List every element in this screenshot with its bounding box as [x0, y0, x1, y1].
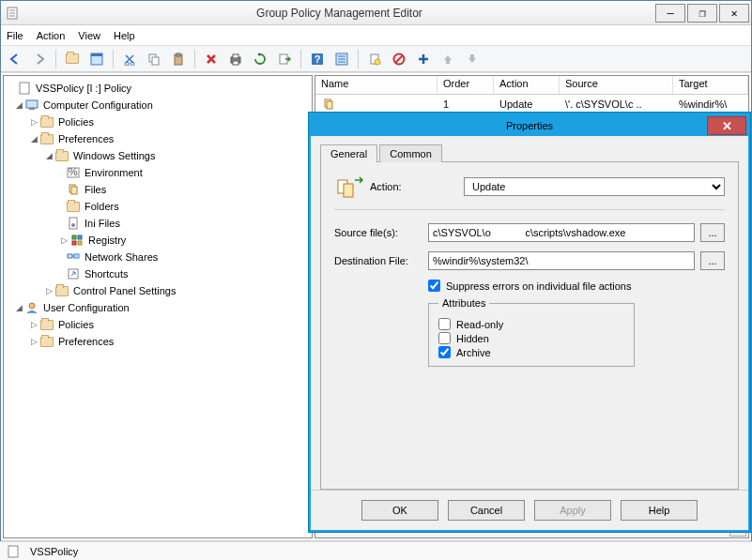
tree-environment[interactable]: Environment — [84, 167, 143, 178]
readonly-checkbox[interactable] — [438, 318, 451, 330]
expander-icon[interactable]: ▷ — [28, 117, 39, 127]
maximize-button[interactable]: ❐ — [687, 4, 717, 23]
folder-icon — [55, 151, 69, 161]
list-row[interactable]: 1 Update \'. c\SYSVOL\c .. %windir%\ — [315, 95, 748, 114]
list-header: Name Order Action Source Target — [315, 76, 748, 95]
minimize-button[interactable]: — — [655, 4, 685, 23]
tree-cc-policies[interactable]: Policies — [58, 116, 94, 128]
action-select[interactable]: Update — [464, 177, 725, 196]
label-action: Action: — [370, 181, 464, 192]
browse-dest-button[interactable]: ... — [700, 251, 725, 270]
show-hide-tree-button[interactable] — [86, 49, 107, 69]
back-button[interactable] — [5, 49, 25, 69]
delete-button[interactable] — [201, 49, 222, 69]
suppress-errors-checkbox[interactable] — [428, 280, 440, 292]
up-button[interactable] — [62, 49, 83, 69]
col-target[interactable]: Target — [673, 76, 748, 94]
apply-button[interactable]: Apply — [534, 500, 611, 521]
expander-icon[interactable]: ▷ — [58, 235, 69, 245]
cancel-button[interactable]: Cancel — [448, 500, 525, 521]
environment-icon: % — [66, 165, 81, 180]
svg-rect-37 — [72, 235, 76, 239]
menu-action[interactable]: Action — [37, 30, 66, 41]
expander-icon[interactable]: ◢ — [43, 151, 54, 160]
tree-pane[interactable]: VSSPolicy [I :] Policy ◢Computer Configu… — [3, 75, 313, 538]
svg-rect-38 — [78, 235, 82, 239]
expander-icon[interactable]: ◢ — [13, 100, 24, 110]
tree-root[interactable]: VSSPolicy [I :] Policy — [36, 83, 131, 94]
tree-windows-settings[interactable]: Windows Settings — [73, 150, 155, 161]
svg-text:?: ? — [315, 53, 321, 65]
properties-button[interactable] — [331, 49, 352, 69]
expander-icon[interactable]: ▷ — [43, 286, 54, 295]
tree-computer-config[interactable]: Computer Configuration — [43, 99, 153, 111]
col-order[interactable]: Order — [437, 76, 494, 94]
help-button[interactable]: Help — [621, 500, 698, 521]
copy-button[interactable] — [144, 49, 164, 69]
attributes-legend: Attributes — [438, 297, 489, 309]
tree-netshares[interactable]: Network Shares — [84, 251, 158, 263]
computer-icon — [24, 98, 39, 113]
browse-source-button[interactable]: ... — [700, 223, 725, 242]
refresh-button[interactable] — [250, 49, 270, 69]
properties-dialog: Properties ✕ General Common Action: Upda… — [309, 113, 750, 532]
svg-rect-14 — [233, 61, 238, 65]
col-name[interactable]: Name — [315, 76, 437, 94]
attributes-group: Attributes Read-only Hidden Archive — [428, 297, 635, 367]
tree-files[interactable]: Files — [84, 184, 106, 195]
label-destination: Destination File: — [334, 255, 428, 266]
move-down-button[interactable] — [462, 49, 483, 69]
hidden-checkbox[interactable] — [438, 332, 451, 344]
tree-uc-policies[interactable]: Policies — [58, 319, 94, 330]
archive-checkbox[interactable] — [438, 346, 451, 358]
expander-icon[interactable]: ◢ — [28, 134, 39, 144]
stop-button[interactable] — [389, 49, 409, 69]
col-action[interactable]: Action — [494, 76, 560, 94]
dialog-close-button[interactable]: ✕ — [707, 116, 746, 135]
col-source[interactable]: Source — [560, 76, 673, 94]
expander-icon[interactable]: ▷ — [28, 337, 39, 346]
svg-rect-9 — [152, 57, 159, 65]
tree-ini[interactable]: Ini Files — [84, 218, 120, 229]
tree-registry[interactable]: Registry — [88, 235, 126, 246]
file-item-icon — [321, 97, 336, 112]
tree-uc-preferences[interactable]: Preferences — [58, 336, 114, 347]
svg-rect-50 — [344, 184, 353, 197]
dialog-titlebar[interactable]: Properties ✕ — [311, 114, 748, 136]
file-action-icon — [334, 174, 366, 200]
export-button[interactable] — [274, 49, 295, 69]
menu-file[interactable]: File — [7, 30, 23, 41]
expander-icon[interactable]: ◢ — [13, 303, 24, 312]
bottom-label[interactable]: VSSPolicy — [30, 546, 78, 557]
label-readonly: Read-only — [456, 319, 503, 330]
paste-button[interactable] — [168, 49, 189, 69]
menu-view[interactable]: View — [78, 30, 100, 41]
tree-shortcuts[interactable]: Shortcuts — [84, 268, 128, 280]
print-button[interactable] — [225, 49, 246, 69]
tree-user-config[interactable]: User Configuration — [43, 302, 130, 313]
forward-button[interactable] — [29, 49, 50, 69]
expander-icon[interactable]: ▷ — [28, 320, 39, 329]
tree-cc-preferences[interactable]: Preferences — [58, 133, 114, 144]
tree-control-panel[interactable]: Control Panel Settings — [73, 285, 176, 296]
user-icon — [24, 300, 39, 315]
cut-button[interactable] — [119, 49, 140, 69]
source-input[interactable] — [428, 223, 695, 242]
svg-rect-11 — [176, 53, 180, 56]
help-button[interactable]: ? — [307, 49, 328, 69]
destination-input[interactable] — [428, 251, 695, 270]
tab-common[interactable]: Common — [379, 144, 442, 162]
ok-button[interactable]: OK — [361, 500, 438, 521]
add-button[interactable] — [413, 49, 434, 69]
tree-folders[interactable]: Folders — [84, 201, 119, 212]
svg-point-23 — [375, 59, 380, 65]
move-up-button[interactable] — [437, 49, 458, 69]
tab-general[interactable]: General — [320, 144, 377, 162]
svg-rect-13 — [233, 54, 238, 58]
folder-icon — [40, 337, 54, 347]
close-button[interactable]: ✕ — [719, 4, 749, 23]
label-archive: Archive — [456, 347, 491, 358]
menu-help[interactable]: Help — [114, 30, 135, 41]
titlebar: Group Policy Management Editor — ❐ ✕ — [1, 1, 751, 25]
new-item-button[interactable] — [364, 49, 385, 69]
